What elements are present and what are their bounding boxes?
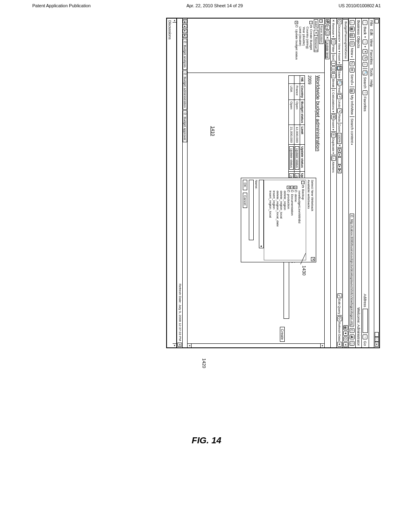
tool-a-icon[interactable]: 🗊	[325, 19, 330, 24]
list-item[interactable]: insert_region	[272, 181, 276, 259]
favorites-icon[interactable]: ☆	[363, 90, 368, 95]
stop-icon[interactable]: ✕	[363, 49, 368, 54]
list-item[interactable]: Backup	[301, 189, 305, 200]
discussions-bar[interactable]: Discussions	[167, 19, 173, 347]
menu-help[interactable]: Help	[369, 79, 373, 87]
vertical-scrollbar[interactable]: ▴▾	[188, 343, 324, 347]
expand-icon[interactable]: +	[319, 19, 323, 23]
forward-icon[interactable]: →	[363, 39, 368, 44]
tab-budget-approval[interactable]: 🗋 Budget approval	[183, 110, 187, 142]
maximize-button[interactable]: □	[375, 337, 379, 342]
list-item[interactable]: demo	[294, 194, 298, 202]
search-label[interactable]: Search	[363, 77, 367, 89]
back-label[interactable]: Back	[363, 27, 367, 35]
fwd-dd[interactable]: ▾	[364, 46, 367, 48]
toggle1-icon[interactable]: ▦	[350, 27, 355, 31]
home2-icon[interactable]: ⌂	[350, 20, 355, 25]
tree-leaf[interactable]: Limit (double)	[298, 21, 302, 72]
zoom-dd[interactable]: ▾	[338, 145, 341, 146]
last-page-button[interactable]: ▸|	[338, 169, 342, 173]
insert-menu[interactable]: Insert	[338, 53, 342, 64]
insert2-label[interactable]: Insert	[332, 120, 336, 131]
create-button[interactable]: Create	[280, 327, 285, 342]
document-tab[interactable]: BudgetPlanningWWDemo	[343, 19, 348, 61]
list-item[interactable]: delete_region	[283, 181, 287, 259]
ok-button[interactable]: OK	[243, 180, 247, 190]
limit-input[interactable]	[284, 254, 289, 319]
close-button[interactable]: ✕	[375, 342, 379, 347]
save-icon[interactable]: 💾	[337, 66, 342, 71]
back-dd[interactable]: ▾	[364, 36, 367, 38]
update-status-button[interactable]: Update status	[289, 146, 294, 169]
doc-icon[interactable]: 🗋	[337, 19, 342, 24]
menu-favorites[interactable]: Favorites	[369, 50, 373, 64]
menu-file[interactable]: File	[369, 20, 373, 26]
remove-button[interactable]: ✕ Remove	[314, 30, 318, 52]
list-item[interactable]: insert_region_local	[269, 181, 272, 259]
refresh-data-icon[interactable]: ↻	[337, 316, 342, 321]
next-page-button[interactable]: ▸	[338, 165, 342, 169]
sort-desc-icon[interactable]: ↥	[331, 66, 336, 71]
calculations-label[interactable]: Calculations	[332, 92, 336, 112]
tab-budget-administration[interactable]: 🗋 Budget administration	[183, 71, 187, 110]
page-input[interactable]	[338, 157, 342, 164]
first-page-button[interactable]: |◂	[338, 148, 342, 152]
menu-edit[interactable]: Edit	[369, 29, 373, 36]
horizontal-scrollbar[interactable]: ◂▸	[173, 19, 177, 347]
tab-budget-analysis[interactable]: 🗋 Budget analysis	[183, 39, 187, 70]
undo-icon[interactable]: ↶	[337, 94, 342, 99]
tab-first-button[interactable]: |◂	[183, 19, 187, 23]
minimize-button[interactable]: _	[375, 332, 379, 337]
view-mode1-icon[interactable]: ▦	[343, 325, 348, 330]
dialog-close-icon[interactable]: ✕	[311, 257, 315, 261]
prev-page-button[interactable]: ◂	[338, 153, 342, 157]
tree-leaf[interactable]: Country (string)	[306, 21, 309, 72]
update-status-button[interactable]: Update status	[295, 146, 299, 169]
go-label[interactable]: Go	[363, 341, 367, 346]
duplicate-label[interactable]: Duplicate	[332, 138, 336, 154]
toggle2-icon[interactable]: ▥	[350, 33, 355, 38]
update-limit-cell[interactable]: Update limit	[325, 40, 330, 59]
alerters-label[interactable]: Alerters	[332, 162, 336, 173]
myinfoview-icon[interactable]: ▤	[350, 89, 355, 94]
refresh-dd-icon[interactable]: ▾	[337, 342, 342, 347]
tree-expand-icon[interactable]: +	[295, 21, 298, 24]
sigma-icon[interactable]: Σ	[332, 89, 336, 91]
remove-label[interactable]: Remove	[332, 23, 336, 37]
address-input[interactable]	[363, 309, 368, 333]
tool-x-icon[interactable]: ✕	[326, 36, 330, 39]
list-item[interactable]: newBudgetLineWithBd	[298, 181, 301, 259]
refresh-data-label[interactable]: Refresh Data	[338, 322, 342, 341]
tool-b-icon[interactable]: ƒx	[325, 25, 330, 30]
find-label[interactable]: Find	[338, 86, 342, 93]
back-icon[interactable]: ←	[363, 20, 368, 25]
menu-view[interactable]: View	[369, 39, 373, 46]
list-item[interactable]: delete_region_local_date	[276, 181, 280, 259]
break-label[interactable]: Break	[332, 79, 336, 87]
send-label[interactable]: Send	[350, 74, 354, 85]
duplicate-icon[interactable]: ⎘	[331, 133, 336, 137]
add-button[interactable]: Add	[314, 19, 318, 28]
tab-last-button[interactable]: ▸|	[183, 34, 187, 38]
myinfoview-label[interactable]: My InfoView	[350, 95, 354, 115]
search-icon[interactable]: 🔍	[363, 71, 368, 75]
favorites-label[interactable]: Favorites	[363, 97, 367, 112]
name-input[interactable]	[249, 180, 254, 240]
menu-tools[interactable]: Tools	[369, 68, 373, 76]
tree-leaf[interactable]: Update budget status	[295, 29, 298, 60]
alerters-icon[interactable]: △	[331, 156, 336, 161]
tree-leaf[interactable]: Year (double)	[302, 21, 306, 72]
new-label[interactable]: New	[350, 48, 354, 58]
tree-collapse-icon[interactable]: −	[309, 21, 313, 24]
search-content-label[interactable]: Search content	[350, 118, 354, 145]
tool-c-icon[interactable]: ☑	[325, 31, 330, 35]
close-doc-icon[interactable]: ✕	[343, 342, 348, 347]
new-icon[interactable]: 🗋	[350, 42, 355, 46]
print-icon[interactable]: 🖶	[350, 335, 355, 339]
undo-label[interactable]: Undo	[338, 100, 342, 108]
tab-next-button[interactable]: ▸	[183, 29, 187, 33]
redo-label[interactable]: Redo	[338, 114, 342, 122]
save-label[interactable]: Save	[338, 71, 342, 79]
filter-label[interactable]: Filter	[332, 45, 336, 52]
redo-icon[interactable]: ↷	[337, 108, 342, 113]
